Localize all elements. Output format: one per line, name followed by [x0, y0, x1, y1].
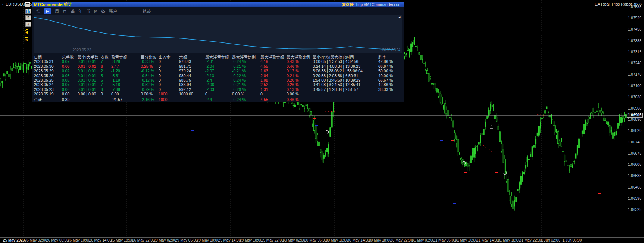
table-header-cell: 最小|平均|最大持仓时间: [313, 55, 378, 59]
statistics-table: 日期总手数最小|大手数次数盈亏金额百分比%出入金余额最大浮亏金额最大浮亏比例最大…: [32, 55, 404, 102]
table-header-cell: 出入金: [159, 55, 179, 59]
table-cell: 2023.05.24: [34, 82, 62, 87]
tab-备[interactable]: 备: [101, 8, 105, 14]
symbol-dropdown-icon[interactable]: ▼: [1, 3, 4, 6]
table-cell: 5: [101, 73, 111, 78]
table-total-row: 合计0.39-21.57-2.16 %1000-2.4-0.24 %4.550.…: [34, 97, 404, 102]
table-cell: 40.00 %: [378, 73, 404, 78]
table-cell: 0:45:57 | 1:28:34 | 2:51:57: [313, 87, 378, 92]
table-cell: 0: [159, 69, 179, 73]
table-cell: 0: [159, 73, 179, 78]
table-cell: 0: [101, 92, 111, 96]
table-row: 2023.05.260.050.01 | 0.015-5.31-0.54 %09…: [34, 73, 404, 78]
time-axis-label: 26 May 14:00: [89, 238, 112, 242]
price-axis-label: 1.07240: [628, 61, 641, 65]
table-cell: 2023.05.19: [34, 92, 62, 96]
table-cell: 2.47: [111, 64, 141, 69]
table-cell: -0.20 %: [232, 87, 260, 92]
table-cell: 0.01 | 0.01: [78, 82, 101, 87]
price-axis-label: 1.06675: [628, 151, 641, 155]
time-axis-label: 30 May 02:00: [283, 238, 306, 242]
table-cell: [313, 92, 378, 96]
table-cell: 0.01 | 0.01: [78, 73, 101, 78]
equity-start-date: 2023.05.23: [72, 48, 91, 52]
price-axis-label: 1.06890: [628, 117, 641, 122]
price-axis-label: 1.07030: [628, 95, 641, 99]
table-cell: 0.21 %: [287, 73, 313, 78]
table-header-cell: 最小|大手数: [78, 55, 101, 59]
tab-周[interactable]: 周: [55, 8, 59, 14]
table-cell: 0.26 %: [287, 82, 313, 87]
table-cell: -0.22 %: [232, 73, 260, 78]
table-cell: -1.20: [111, 69, 141, 73]
table-total-cell: 0.46 %: [287, 97, 313, 102]
table-cell: 0.01 | 0.01: [78, 64, 101, 69]
panel-toggle-button[interactable]: [25, 9, 31, 14]
table-cell: 42.86 %: [378, 59, 404, 64]
table-total-cell: -0.24 %: [232, 97, 260, 102]
table-body: 2023.05.310.070.01 | 0.017-3.28-0.33 %09…: [34, 59, 404, 96]
time-axis-label: 30 May 22:00: [390, 238, 413, 242]
table-cell: 0.07: [62, 82, 78, 87]
table-cell: 2: [101, 69, 111, 73]
table-cell: -5.31: [111, 73, 141, 78]
time-axis[interactable]: 25 May 202326 May 02:0026 May 06:0026 Ma…: [0, 237, 644, 243]
table-cell: 6: [101, 78, 111, 82]
table-cell: 0.43 %: [287, 59, 313, 64]
table-cell: 0.01 | 0.01: [78, 69, 101, 73]
tab-M[interactable]: M: [94, 9, 97, 13]
confirm-button[interactable]: √: [25, 22, 31, 27]
time-axis-label: 1 Jun 02:00: [541, 238, 560, 242]
table-total-cell: [378, 97, 404, 102]
table-cell: -0.24 %: [232, 59, 260, 64]
table-cell: 7: [101, 59, 111, 64]
chart-restore-button[interactable]: [25, 2, 30, 7]
version-label: V5.15: [24, 29, 28, 42]
table-cell: 2023.05.23: [34, 87, 62, 92]
table-row: 2023.05.290.020.01 | 0.012-1.20-0.12 %09…: [34, 69, 404, 73]
tab-日[interactable]: 日: [44, 8, 51, 14]
table-cell: 0:41:08 | 3:24:53 | 12:35:41: [313, 82, 378, 87]
table-cell: 0.00 %: [141, 92, 159, 96]
table-cell: -0.52 %: [141, 82, 159, 87]
table-header-cell: 次数: [101, 55, 111, 59]
panel-titlebar[interactable]: MTCommander统计 复盘侠 http://MTCommander.com: [32, 2, 404, 7]
time-axis-label: 26 May 10:00: [68, 238, 90, 242]
ea-smiley-icon[interactable]: ☺: [638, 2, 643, 6]
price-axis-label: 1.06605: [628, 162, 641, 167]
price-axis[interactable]: 1.063251.063951.064651.065351.066051.066…: [627, 0, 644, 238]
current-price-badge: 1.06905: [627, 113, 643, 118]
scroll-left-icon[interactable]: ◄: [398, 16, 401, 19]
tab-月[interactable]: 月: [63, 8, 67, 14]
table-cell: 985.75: [179, 78, 205, 82]
table-header-cell: 最大浮亏比例: [232, 55, 260, 59]
table-header-cell: 最大浮盈比例: [287, 55, 313, 59]
website-link[interactable]: http://MTCommander.com: [356, 2, 401, 7]
table-cell: 4.19: [260, 59, 287, 64]
table-cell: 42.86 %: [378, 82, 404, 87]
time-axis-label: 30 May 10:00: [326, 238, 348, 242]
table-cell: 2023.05.31: [34, 59, 62, 64]
table-cell: -2.04: [205, 64, 232, 69]
tab-账户[interactable]: 账户: [109, 8, 117, 14]
table-cell: 978.43: [179, 59, 205, 64]
table-cell: 0: [260, 92, 287, 96]
tab-年[interactable]: 年: [78, 8, 82, 14]
time-axis-label: 30 May 14:00: [347, 238, 370, 242]
tab-综[interactable]: 综: [36, 8, 40, 14]
table-cell: 0: [159, 64, 179, 69]
table-cell: -2.4: [205, 78, 232, 82]
table-cell: -0.24 %: [232, 78, 260, 82]
table-cell: -2.06: [205, 82, 232, 87]
statistics-panel: MTCommander统计 复盘侠 http://MTCommander.com…: [32, 2, 404, 102]
tab-trace[interactable]: 轨迹: [143, 8, 151, 14]
price-axis-label: 1.07385: [628, 39, 641, 43]
table-cell: -0.21 %: [232, 82, 260, 87]
table-cell: 980.44: [179, 73, 205, 78]
table-cell: -0.79 %: [141, 87, 159, 92]
mini-chart-icon: [26, 9, 30, 13]
tab-季[interactable]: 季: [71, 8, 75, 14]
tab-币[interactable]: 币: [86, 8, 90, 14]
table-cell: 0.06: [62, 64, 78, 69]
help-button[interactable]: ?: [25, 15, 31, 20]
